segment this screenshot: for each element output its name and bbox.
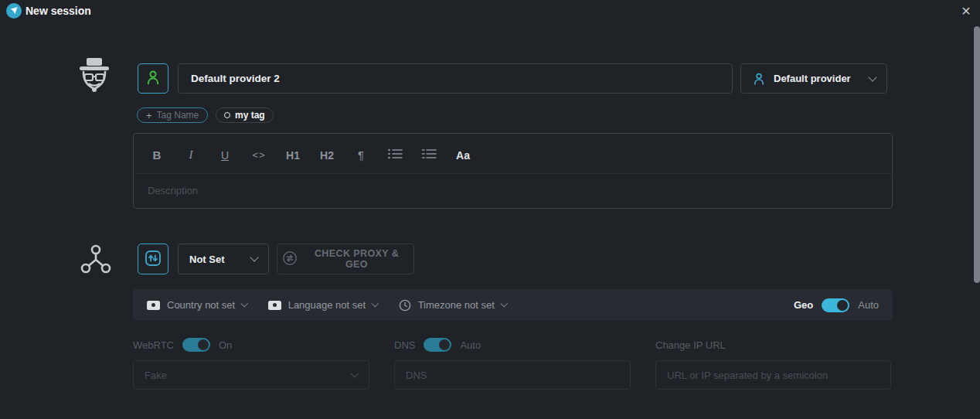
geo-toggle-group: Geo Auto (794, 298, 879, 312)
webrtc-state-label: On (219, 339, 232, 351)
webrtc-toggle-group: WebRTC On (133, 338, 232, 352)
dns-label: DNS (394, 339, 415, 351)
heading1-button[interactable]: H1 (276, 146, 310, 165)
webrtc-toggle[interactable] (182, 338, 210, 352)
add-tag-label: Tag Name (157, 110, 199, 121)
tag-label: my tag (235, 110, 265, 121)
new-session-dialog: New session ✕ (0, 0, 980, 419)
change-ip-url-label: Change IP URL (655, 339, 726, 351)
webrtc-mode-value: Fake (145, 370, 167, 381)
session-name-input[interactable] (178, 63, 733, 94)
chevron-down-icon (868, 73, 876, 81)
flag-icon (147, 301, 160, 310)
dns-input[interactable] (394, 360, 631, 390)
timezone-select-value: Timezone not set (418, 299, 495, 311)
app-logo-icon (6, 3, 22, 19)
check-proxy-geo-button[interactable]: CHECK PROXY & GEO (277, 244, 414, 274)
dns-state-label: Auto (460, 339, 481, 351)
dns-toggle[interactable] (424, 338, 451, 352)
clock-icon (399, 299, 411, 312)
proxy-type-button[interactable] (138, 244, 168, 274)
underline-button[interactable]: U (208, 146, 242, 165)
description-placeholder: Description (148, 185, 878, 196)
fingerprint-button[interactable] (138, 63, 168, 94)
country-select-value: Country not set (167, 299, 235, 311)
text-style-button[interactable]: Aa (446, 146, 480, 165)
paragraph-button[interactable]: ¶ (344, 146, 378, 165)
plus-icon: + (146, 111, 152, 121)
bold-button[interactable]: B (140, 146, 174, 165)
heading2-button[interactable]: H2 (310, 146, 344, 165)
check-proxy-geo-label: CHECK PROXY & GEO (305, 248, 409, 270)
timezone-select[interactable]: Timezone not set (399, 299, 507, 312)
proxy-select[interactable]: Not Set (178, 244, 269, 274)
geo-label: Geo (794, 299, 813, 311)
chevron-down-icon (241, 300, 248, 307)
editor-toolbar: B I U <> H1 H2 ¶ (134, 134, 892, 174)
webrtc-mode-select[interactable]: Fake (133, 360, 369, 390)
chevron-down-icon (250, 253, 258, 261)
italic-button[interactable]: I (174, 146, 208, 165)
geo-toggle[interactable] (822, 298, 849, 312)
chevron-down-icon (372, 300, 379, 307)
dns-toggle-group: DNS Auto (394, 338, 481, 352)
ordered-list-icon (421, 148, 437, 162)
close-icon: ✕ (961, 4, 971, 19)
geo-state-label: Auto (858, 299, 879, 311)
disguise-face-icon (77, 57, 112, 100)
person-green-icon (145, 69, 162, 88)
code-button[interactable]: <> (242, 146, 276, 165)
add-tag-button[interactable]: + Tag Name (137, 107, 208, 123)
bullet-list-icon (387, 148, 403, 162)
person-teal-icon (752, 72, 766, 86)
ordered-list-button[interactable] (412, 146, 446, 165)
scrollbar-thumb[interactable] (974, 26, 980, 283)
provider-select[interactable]: Default provider (740, 63, 887, 94)
webrtc-label: WebRTC (133, 339, 174, 351)
tag-circle-icon (224, 112, 230, 118)
country-select[interactable]: Country not set (147, 299, 247, 311)
chevron-down-icon (350, 369, 359, 377)
description-field[interactable]: Description (134, 174, 892, 207)
description-editor: B I U <> H1 H2 ¶ (133, 133, 893, 209)
page-title: New session (26, 5, 91, 17)
transfer-arrows-icon (145, 250, 162, 269)
change-ip-url-input[interactable] (655, 360, 891, 390)
language-select-value: Language not set (288, 299, 366, 311)
proxy-select-value: Not Set (189, 254, 225, 265)
provider-select-value: Default provider (774, 73, 851, 84)
language-select[interactable]: Language not set (268, 299, 378, 311)
geo-bar: Country not set Language not set Timezon… (133, 289, 893, 321)
close-button[interactable]: ✕ (957, 2, 975, 20)
bullet-list-button[interactable] (378, 146, 412, 165)
network-nodes-icon (80, 243, 112, 278)
tag-item[interactable]: my tag (216, 107, 274, 123)
swap-circle-icon (282, 250, 298, 268)
flag-icon (268, 301, 281, 310)
chevron-down-icon (501, 300, 508, 307)
